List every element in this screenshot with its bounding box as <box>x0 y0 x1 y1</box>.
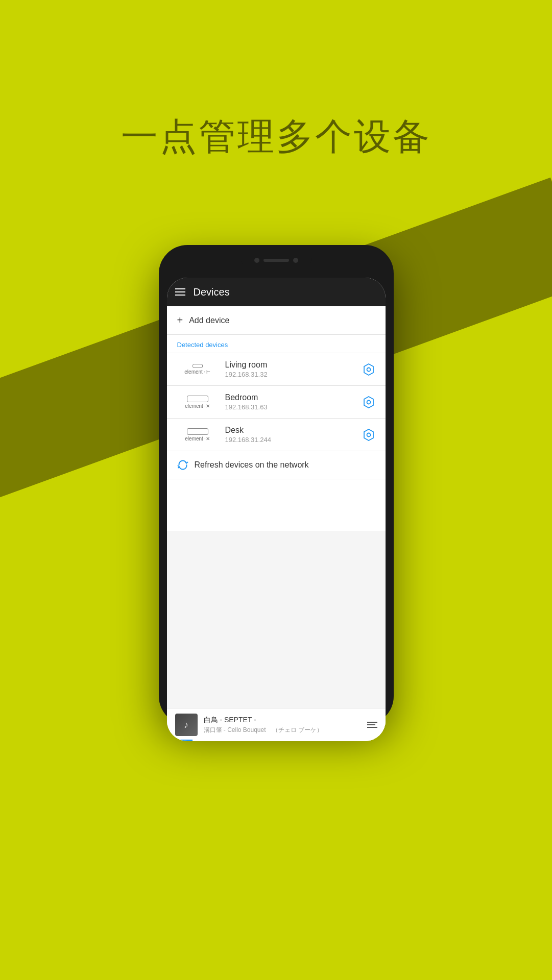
device-icon-desk: element·✕ <box>177 428 218 442</box>
phone-shell: Devices + Add device Detected devices <box>159 245 394 725</box>
device-info-1: Living room 192.168.31.32 <box>225 360 355 378</box>
now-playing-title: 白鳥 - SEPTET - <box>204 716 361 725</box>
now-playing-bar[interactable]: ♪ 白鳥 - SEPTET - 溝口肇 - Cello Bouquet （チェロ… <box>167 708 386 741</box>
device-list: element·⊢ Living room 192.168.31.32 <box>167 353 386 531</box>
menu-button[interactable] <box>175 288 185 296</box>
device-info-3: Desk 192.168.31.244 <box>225 426 355 444</box>
refresh-icon <box>177 459 188 471</box>
detected-devices-header: Detected devices <box>167 335 386 353</box>
svg-marker-2 <box>364 397 373 408</box>
port-dot-c <box>197 398 200 400</box>
screen-content: + Add device Detected devices <box>167 306 386 741</box>
port-dot-f <box>194 430 196 433</box>
device-icon-bedroom: element·✕ <box>177 396 218 409</box>
svg-point-5 <box>367 433 370 436</box>
device-item-living-room[interactable]: element·⊢ Living room 192.168.31.32 <box>167 353 386 386</box>
add-device-row[interactable]: + Add device <box>167 306 386 335</box>
album-art: ♪ <box>175 714 198 736</box>
device-item-bedroom[interactable]: element·✕ Bedroom 192.168.31.63 <box>167 386 386 419</box>
device-name-2: Bedroom <box>225 393 355 402</box>
svg-marker-4 <box>364 429 373 440</box>
port-dot-b <box>194 398 196 400</box>
queue-icon[interactable] <box>367 722 377 728</box>
svg-point-3 <box>367 400 370 404</box>
port-dot-a <box>190 398 193 400</box>
device-image-type2b <box>187 428 208 435</box>
device-image-type2a <box>187 396 208 402</box>
svg-point-1 <box>367 368 370 371</box>
speaker-icon <box>263 259 289 262</box>
device-item-desk[interactable]: element·✕ Desk 192.168.31.244 <box>167 419 386 451</box>
now-playing-tab-indicator <box>167 740 193 741</box>
now-playing-info: 白鳥 - SEPTET - 溝口肇 - Cello Bouquet （チェロ ブ… <box>204 716 361 734</box>
camera-icon <box>254 258 259 263</box>
port-dot-h <box>203 430 205 433</box>
device-info-2: Bedroom 192.168.31.63 <box>225 393 355 411</box>
port-dot-g <box>197 430 200 433</box>
refresh-label: Refresh devices on the network <box>195 460 309 470</box>
add-device-label: Add device <box>189 316 229 325</box>
app-bar: Devices <box>167 278 386 306</box>
device-name-1: Living room <box>225 360 355 370</box>
port-dot-e <box>190 430 193 433</box>
device-settings-icon-1[interactable] <box>362 363 375 376</box>
device-brand-3: element·✕ <box>185 436 209 442</box>
phone-notch <box>241 253 312 267</box>
main-title: 一点管理多个设备 <box>0 112 552 161</box>
device-brand-2: element·✕ <box>185 403 209 409</box>
phone-device: Devices + Add device Detected devices <box>159 245 394 725</box>
device-ip-2: 192.168.31.63 <box>225 403 355 411</box>
device-settings-icon-3[interactable] <box>362 428 375 442</box>
svg-marker-0 <box>364 364 373 375</box>
add-icon: + <box>177 314 183 326</box>
device-ip-1: 192.168.31.32 <box>225 371 355 378</box>
app-bar-title: Devices <box>194 286 230 298</box>
port-dot-d <box>203 398 205 400</box>
phone-screen: Devices + Add device Detected devices <box>167 278 386 741</box>
refresh-row[interactable]: Refresh devices on the network <box>167 451 386 479</box>
bottom-gray-area <box>167 531 386 708</box>
device-ip-3: 192.168.31.244 <box>225 436 355 444</box>
device-settings-icon-2[interactable] <box>362 396 375 409</box>
device-image-type1 <box>193 364 203 368</box>
sensor-icon <box>293 258 298 263</box>
now-playing-subtitle: 溝口肇 - Cello Bouquet （チェロ ブーケ） <box>204 726 361 734</box>
phone-notch-area <box>167 253 386 278</box>
device-brand-1: element·⊢ <box>184 369 210 375</box>
device-name-3: Desk <box>225 426 355 435</box>
device-icon-living-room: element·⊢ <box>177 364 218 375</box>
now-playing-thumb: ♪ <box>175 714 198 736</box>
